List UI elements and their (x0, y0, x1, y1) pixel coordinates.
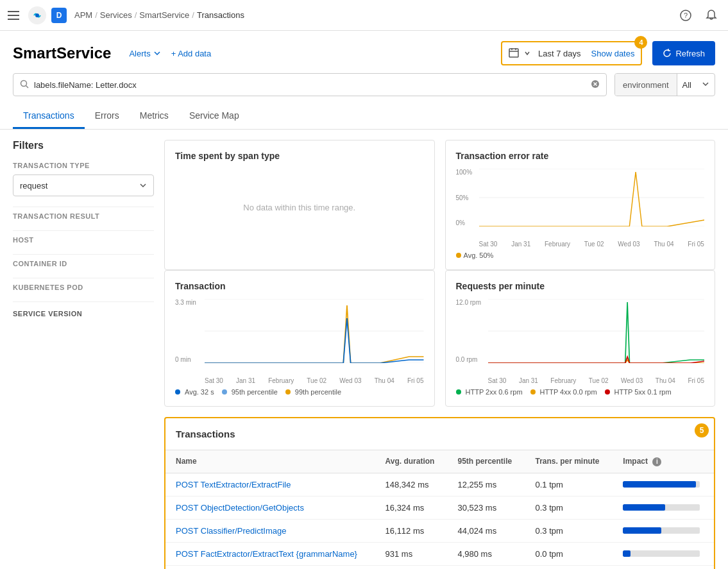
impact-bar-fill (623, 481, 696, 488)
show-dates-link[interactable]: Show dates (591, 49, 635, 58)
divider-1 (13, 207, 154, 207)
cell-p95: 30,523 ms (447, 496, 525, 519)
search-input[interactable] (34, 80, 591, 90)
env-label: environment (615, 74, 677, 96)
transactions-table-head: Name Avg. duration 95th percentile Trans… (165, 450, 714, 473)
transaction-x-labels: Sat 30 Jan 31 February Tue 02 Wed 03 Thu… (205, 377, 424, 384)
kubernetes-pod-filter: KUBERNETES POD (13, 284, 154, 291)
container-id-label: CONTAINER ID (13, 260, 154, 268)
time-spent-no-data: No data within this time range. (175, 169, 424, 246)
svg-rect-4 (509, 49, 518, 57)
transactions-table: Name Avg. duration 95th percentile Trans… (165, 450, 714, 569)
rpm-legend: HTTP 2xx 0.6 rpm HTTP 4xx 0.0 rpm HTTP 5… (456, 388, 705, 396)
breadcrumb: APM / Services / SmartService / Transact… (74, 10, 244, 20)
transaction-link[interactable]: POST TextExtractor/ExtractFile (176, 480, 291, 489)
rpm-5xx-dot (605, 389, 610, 395)
add-data-button[interactable]: + Add data (171, 49, 212, 58)
cell-tpm: 0.3 tpm (525, 519, 613, 542)
impact-bar-fill (623, 504, 665, 511)
time-selector[interactable]: Last 7 days Show dates 4 (501, 41, 642, 65)
rpm-chart-area: 12.0 rpm 0.0 rpm (456, 299, 705, 376)
rpm-svg-area (488, 299, 705, 376)
nav-icons: ? (677, 6, 720, 24)
svg-line-9 (26, 85, 29, 88)
cell-impact (613, 496, 714, 519)
app-logo (28, 6, 46, 24)
charts-area: Time spent by span type No data within t… (164, 140, 715, 569)
transaction-chart-title: Transaction (175, 281, 424, 291)
table-header-row: Name Avg. duration 95th percentile Trans… (165, 450, 714, 473)
impact-bar-container (623, 504, 700, 511)
top-navigation: D APM / Services / SmartService / Transa… (0, 0, 728, 31)
alerts-label: Alerts (129, 49, 150, 58)
cell-tpm: 0.3 tpm (525, 496, 613, 519)
filters-title: Filters (13, 140, 154, 151)
refresh-button[interactable]: Refresh (652, 41, 715, 65)
search-icon (20, 80, 29, 90)
cell-impact (613, 565, 714, 569)
transactions-table-header: Transactions 5 (165, 418, 714, 450)
col-tpm: Trans. per minute (525, 450, 613, 473)
transaction-link[interactable]: POST FactExtractor/ExtractText {grammarN… (176, 549, 357, 559)
time-notification-badge: 4 (634, 36, 647, 49)
tab-service-map[interactable]: Service Map (179, 104, 250, 129)
notifications-icon[interactable] (702, 6, 720, 24)
cell-tpm: 0.0 tpm (525, 542, 613, 565)
environment-selector[interactable]: environment All (614, 73, 715, 96)
breadcrumb-sep-1: / (95, 10, 97, 20)
transaction-type-label: TRANSACTION TYPE (13, 162, 154, 169)
env-value: All (677, 80, 697, 90)
transaction-avg-dot (175, 389, 180, 395)
alerts-button[interactable]: Alerts (129, 49, 160, 58)
transaction-link[interactable]: POST Classifier/PredictImage (176, 526, 286, 536)
cell-impact (613, 473, 714, 496)
chevron-down-icon (524, 49, 530, 58)
tab-transactions[interactable]: Transactions (13, 104, 85, 129)
kubernetes-pod-label: KUBERNETES POD (13, 284, 154, 291)
rpm-legend-4xx: HTTP 4xx 0.0 rpm (530, 388, 597, 396)
app-name-badge: D (51, 8, 67, 23)
tab-metrics[interactable]: Metrics (130, 104, 179, 129)
transactions-table-title: Transactions (176, 429, 235, 439)
breadcrumb-apm[interactable]: APM (74, 10, 92, 20)
search-container[interactable] (13, 73, 607, 96)
impact-bar-container (623, 527, 700, 534)
tabs-bar: Transactions Errors Metrics Service Map (0, 104, 728, 130)
impact-info-icon[interactable]: i (652, 457, 661, 466)
hamburger-menu[interactable] (8, 8, 23, 23)
cell-impact (613, 519, 714, 542)
divider-4 (13, 278, 154, 278)
transaction-type-select[interactable]: request (13, 174, 154, 196)
transaction-legend-avg: Avg. 32 s (175, 388, 214, 396)
breadcrumb-smartservice[interactable]: SmartService (139, 10, 189, 20)
error-rate-x-labels: Sat 30 Jan 31 February Tue 02 Wed 03 Thu… (479, 241, 705, 248)
rpm-legend-5xx: HTTP 5xx 0.1 rpm (605, 388, 672, 396)
divider-3 (13, 254, 154, 255)
table-row: POST FactExtractor/ExtractText {grammarN… (165, 542, 714, 565)
transaction-type-filter: TRANSACTION TYPE request (13, 162, 154, 196)
impact-bar-fill (623, 527, 661, 534)
transaction-p95-dot (222, 389, 227, 395)
cell-tpm: 0.1 tpm (525, 473, 613, 496)
transaction-legend: Avg. 32 s 95th percentile 99th percentil… (175, 388, 424, 396)
env-dropdown-icon[interactable] (697, 80, 715, 90)
table-row: POST Classifier/PredictText {classifierI… (165, 565, 714, 569)
rpm-y-axis: 12.0 rpm 0.0 rpm (456, 299, 486, 363)
host-label: HOST (13, 236, 154, 244)
service-version-label[interactable]: SERVICE VERSION (13, 307, 154, 320)
container-id-filter: CONTAINER ID (13, 260, 154, 268)
transaction-result-filter: TRANSACTION RESULT (13, 212, 154, 220)
transactions-table-body: POST TextExtractor/ExtractFile148,342 ms… (165, 473, 714, 569)
cell-avg-duration: 148,342 ms (375, 473, 448, 496)
transaction-link[interactable]: POST ObjectDetection/GetObjects (176, 503, 304, 513)
search-clear-icon[interactable] (591, 80, 600, 90)
impact-bar-bg (623, 550, 700, 557)
transaction-legend-p95: 95th percentile (222, 388, 278, 396)
cell-p95: 241 ms (447, 565, 525, 569)
charts-row-1: Time spent by span type No data within t… (164, 140, 715, 270)
breadcrumb-services[interactable]: Services (100, 10, 132, 20)
tab-errors[interactable]: Errors (85, 104, 130, 129)
col-impact: Impact i (613, 450, 714, 473)
help-icon[interactable]: ? (677, 6, 695, 24)
refresh-label: Refresh (675, 49, 705, 58)
